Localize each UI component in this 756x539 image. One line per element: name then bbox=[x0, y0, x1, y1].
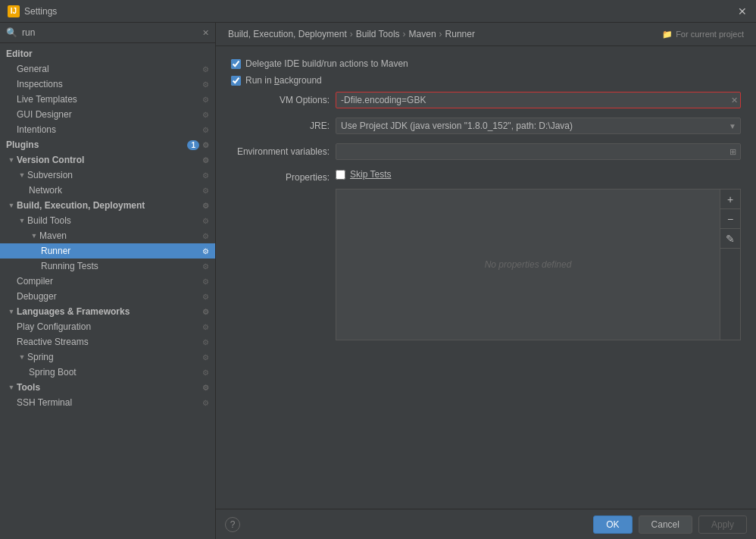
right-panel: Build, Execution, Deployment › Build Too… bbox=[216, 23, 756, 539]
for-current-project-label: For current project bbox=[676, 30, 744, 39]
sidebar-section-editor[interactable]: Editor bbox=[0, 46, 215, 61]
jre-select-wrap: Use Project JDK (java version "1.8.0_152… bbox=[336, 118, 741, 134]
skip-tests-label[interactable]: Skip Tests bbox=[350, 169, 391, 180]
project-icon: 📁 bbox=[662, 30, 673, 39]
breadcrumb-sep-2: › bbox=[403, 29, 406, 39]
run-background-checkbox-row: Run in background bbox=[231, 75, 741, 86]
settings-icon-debugger: ⚙ bbox=[202, 293, 209, 301]
sidebar-item-build-execution[interactable]: ▼ Build, Execution, Deployment ⚙ bbox=[0, 198, 215, 213]
settings-icon-intentions: ⚙ bbox=[202, 126, 209, 134]
search-input[interactable] bbox=[22, 27, 198, 38]
sidebar-item-languages-frameworks[interactable]: ▼ Languages & Frameworks ⚙ bbox=[0, 304, 215, 319]
vm-options-input-wrap: ✕ bbox=[336, 92, 741, 108]
sidebar-item-maven[interactable]: ▼ Maven ⚙ bbox=[0, 228, 215, 243]
arrow-build-exec: ▼ bbox=[6, 200, 17, 211]
settings-icon-vc: ⚙ bbox=[202, 156, 209, 165]
properties-remove-button[interactable]: − bbox=[720, 209, 740, 229]
sidebar-item-spring[interactable]: ▼ Spring ⚙ bbox=[0, 349, 215, 365]
settings-icon-subversion: ⚙ bbox=[202, 171, 209, 180]
delegate-checkbox[interactable] bbox=[231, 59, 241, 69]
skip-tests-checkbox[interactable] bbox=[336, 170, 345, 180]
sidebar-tree: Editor General ⚙ Inspections ⚙ Live Temp… bbox=[0, 43, 215, 539]
apply-button[interactable]: Apply bbox=[698, 515, 747, 534]
breadcrumb-part-3: Maven bbox=[409, 29, 436, 39]
search-icon: 🔍 bbox=[6, 27, 17, 38]
sidebar-item-play-configuration[interactable]: Play Configuration ⚙ bbox=[0, 319, 215, 334]
settings-icon-ssh: ⚙ bbox=[202, 399, 209, 407]
settings-icon-spring-boot: ⚙ bbox=[202, 368, 209, 377]
breadcrumb-sep-3: › bbox=[439, 29, 442, 39]
env-variables-input-wrap: ⊞ bbox=[336, 143, 741, 160]
delegate-label[interactable]: Delegate IDE build/run actions to Maven bbox=[245, 58, 408, 69]
sidebar-item-reactive-streams[interactable]: Reactive Streams ⚙ bbox=[0, 334, 215, 349]
env-variables-row: Environment variables: ⊞ bbox=[231, 143, 741, 160]
sidebar-item-plugins[interactable]: Plugins 1 ⚙ bbox=[0, 137, 215, 152]
sidebar-item-subversion[interactable]: ▼ Subversion ⚙ bbox=[0, 168, 215, 183]
panel-content: Delegate IDE build/run actions to Maven … bbox=[216, 46, 756, 509]
settings-icon-reactive: ⚙ bbox=[202, 338, 209, 346]
no-properties-text: No properties defined bbox=[485, 259, 572, 270]
sidebar-item-compiler[interactable]: Compiler ⚙ bbox=[0, 274, 215, 289]
app-icon: IJ bbox=[8, 5, 20, 17]
settings-icon-running-tests: ⚙ bbox=[202, 262, 209, 271]
help-button[interactable]: ? bbox=[225, 517, 240, 532]
sidebar-item-live-templates[interactable]: Live Templates ⚙ bbox=[0, 92, 215, 107]
settings-icon-tools: ⚙ bbox=[202, 384, 209, 392]
properties-edit-button[interactable]: ✎ bbox=[720, 229, 740, 249]
vm-options-clear[interactable]: ✕ bbox=[731, 96, 738, 105]
settings-icon-maven: ⚙ bbox=[202, 232, 209, 240]
arrow-subversion: ▼ bbox=[17, 170, 27, 180]
properties-row: Properties: Skip Tests No properties def… bbox=[231, 169, 741, 340]
search-bar: 🔍 ✕ bbox=[0, 23, 215, 43]
arrow-languages: ▼ bbox=[6, 306, 17, 317]
properties-table: No properties defined bbox=[336, 189, 720, 340]
breadcrumb-sep-1: › bbox=[350, 29, 353, 39]
properties-add-button[interactable]: + bbox=[720, 190, 740, 209]
settings-icon-build-exec: ⚙ bbox=[202, 202, 209, 210]
sidebar-item-running-tests[interactable]: Running Tests ⚙ bbox=[0, 259, 215, 274]
sidebar-item-gui-designer[interactable]: GUI Designer ⚙ bbox=[0, 107, 215, 122]
vm-options-label: VM Options: bbox=[231, 95, 330, 105]
breadcrumb-part-1: Build, Execution, Deployment bbox=[228, 29, 347, 39]
window-title: Settings bbox=[24, 6, 57, 17]
settings-icon-plugins: ⚙ bbox=[202, 141, 209, 149]
arrow-maven: ▼ bbox=[29, 230, 39, 241]
arrow-build-tools: ▼ bbox=[17, 215, 27, 226]
breadcrumb-current: Runner bbox=[445, 29, 475, 39]
vm-options-row: VM Options: ✕ bbox=[231, 92, 741, 108]
title-bar: IJ Settings ✕ bbox=[0, 0, 756, 23]
arrow-spring: ▼ bbox=[17, 352, 27, 362]
run-in-background-label[interactable]: Run in background bbox=[245, 75, 322, 86]
search-clear-button[interactable]: ✕ bbox=[202, 28, 209, 38]
sidebar-item-debugger[interactable]: Debugger ⚙ bbox=[0, 289, 215, 304]
delegate-checkbox-row: Delegate IDE build/run actions to Maven bbox=[231, 58, 741, 69]
for-current-project: 📁 For current project bbox=[662, 30, 744, 39]
sidebar-item-general[interactable]: General ⚙ bbox=[0, 61, 215, 77]
settings-icon-play: ⚙ bbox=[202, 323, 209, 331]
sidebar-item-version-control[interactable]: ▼ Version Control ⚙ bbox=[0, 152, 215, 168]
sidebar-item-spring-boot[interactable]: Spring Boot ⚙ bbox=[0, 365, 215, 380]
sidebar-item-runner[interactable]: Runner ⚙ bbox=[0, 243, 215, 259]
close-button[interactable]: ✕ bbox=[736, 5, 748, 17]
properties-table-container: No properties defined + − ✎ bbox=[336, 189, 741, 340]
env-edit-button[interactable]: ⊞ bbox=[726, 146, 739, 158]
settings-icon-runner: ⚙ bbox=[202, 247, 209, 255]
properties-toolbar: + − ✎ bbox=[720, 189, 741, 340]
breadcrumb: Build, Execution, Deployment › Build Too… bbox=[228, 29, 475, 39]
jre-row: JRE: Use Project JDK (java version "1.8.… bbox=[231, 118, 741, 134]
ok-button[interactable]: OK bbox=[593, 515, 632, 534]
cancel-button[interactable]: Cancel bbox=[639, 515, 692, 534]
sidebar-item-intentions[interactable]: Intentions ⚙ bbox=[0, 122, 215, 137]
vm-options-input[interactable] bbox=[336, 92, 741, 108]
breadcrumb-part-2: Build Tools bbox=[356, 29, 400, 39]
sidebar-item-build-tools[interactable]: ▼ Build Tools ⚙ bbox=[0, 213, 215, 228]
env-variables-input[interactable] bbox=[336, 143, 741, 160]
jre-select[interactable]: Use Project JDK (java version "1.8.0_152… bbox=[336, 118, 741, 134]
sidebar-item-inspections[interactable]: Inspections ⚙ bbox=[0, 77, 215, 92]
sidebar-item-tools[interactable]: ▼ Tools ⚙ bbox=[0, 380, 215, 395]
jre-label: JRE: bbox=[231, 121, 330, 131]
run-in-background-checkbox[interactable] bbox=[231, 76, 241, 86]
settings-icon-languages: ⚙ bbox=[202, 308, 209, 316]
sidebar-item-ssh-terminal[interactable]: SSH Terminal ⚙ bbox=[0, 395, 215, 410]
sidebar-item-network[interactable]: Network ⚙ bbox=[0, 183, 215, 198]
